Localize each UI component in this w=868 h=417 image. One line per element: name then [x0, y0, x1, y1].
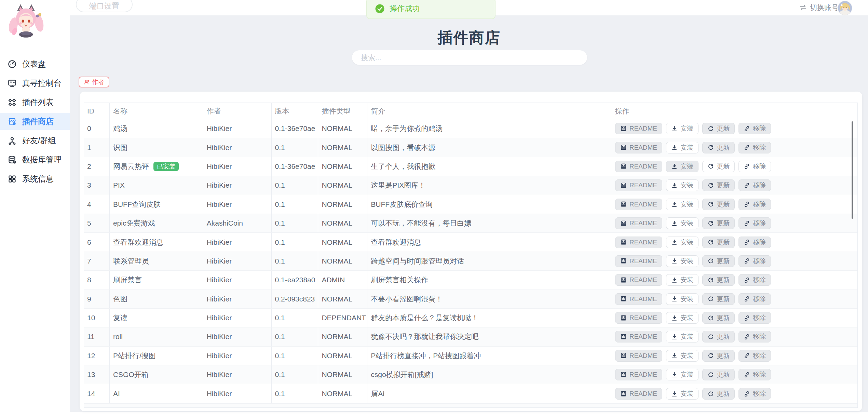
row-actions: README 安装 更新 移除 [615, 293, 771, 305]
readme-button[interactable]: README [615, 312, 662, 324]
update-button[interactable]: 更新 [702, 293, 735, 305]
install-button[interactable]: 安装 [666, 237, 699, 248]
readme-icon [620, 258, 627, 264]
remove-button[interactable]: 移除 [738, 312, 771, 324]
install-button[interactable]: 安装 [666, 123, 699, 134]
install-button[interactable]: 安装 [666, 293, 699, 305]
readme-button[interactable]: README [615, 179, 662, 191]
remove-button[interactable]: 移除 [738, 237, 771, 248]
readme-button[interactable]: README [615, 274, 662, 286]
install-button[interactable]: 安装 [666, 388, 699, 400]
readme-button[interactable]: README [615, 217, 662, 229]
install-button[interactable]: 安装 [666, 255, 699, 267]
cell-description: 跨越空间与时间跟管理员对话 [367, 252, 611, 270]
remove-button[interactable]: 移除 [738, 161, 771, 172]
remove-button[interactable]: 移除 [738, 217, 771, 229]
readme-button[interactable]: README [615, 388, 662, 400]
install-button[interactable]: 安装 [666, 199, 699, 210]
update-button[interactable]: 更新 [702, 369, 735, 380]
table-row: 1 识图 HibiKier 0.1 NORMAL 以图搜图，看破本源 READM… [84, 138, 857, 157]
remove-button[interactable]: 移除 [738, 293, 771, 305]
switch-account[interactable]: 切换账号 [799, 3, 839, 12]
remove-button[interactable]: 移除 [738, 142, 771, 153]
readme-button[interactable]: README [615, 123, 662, 134]
remove-button[interactable]: 移除 [738, 179, 771, 191]
install-button[interactable]: 安装 [666, 350, 699, 362]
cell-author: HibiKier [203, 195, 272, 214]
remove-button[interactable]: 移除 [738, 369, 771, 380]
remove-label: 移除 [753, 219, 766, 228]
readme-button[interactable]: README [615, 237, 662, 248]
remove-button[interactable]: 移除 [738, 255, 771, 267]
search-input[interactable] [352, 50, 587, 65]
update-button[interactable]: 更新 [702, 199, 735, 210]
plugin-name: 联系管理员 [113, 256, 149, 266]
sidebar-item-friends-groups[interactable]: 好友/群组 [0, 132, 70, 149]
readme-button[interactable]: README [615, 350, 662, 362]
install-button[interactable]: 安装 [666, 369, 699, 380]
plugin-name: BUFF查询皮肤 [113, 200, 161, 209]
install-button[interactable]: 安装 [666, 161, 699, 172]
readme-button[interactable]: README [615, 293, 662, 305]
update-button[interactable]: 更新 [702, 274, 735, 286]
download-icon [671, 352, 678, 359]
update-label: 更新 [717, 370, 730, 379]
install-button[interactable]: 安装 [666, 274, 699, 286]
update-button[interactable]: 更新 [702, 312, 735, 324]
remove-button[interactable]: 移除 [738, 199, 771, 210]
update-button[interactable]: 更新 [702, 237, 735, 248]
update-label: 更新 [717, 275, 730, 284]
readme-button[interactable]: README [615, 199, 662, 210]
update-button[interactable]: 更新 [702, 142, 735, 153]
unlink-icon [744, 239, 750, 245]
update-button[interactable]: 更新 [702, 331, 735, 342]
sidebar-item-dashboard[interactable]: 仪表盘 [0, 55, 70, 72]
update-button[interactable]: 更新 [702, 255, 735, 267]
table-scrollbar-thumb[interactable] [852, 121, 853, 219]
unlink-icon [744, 201, 750, 207]
install-button[interactable]: 安装 [666, 331, 699, 342]
sidebar-item-database[interactable]: 数据库管理 [0, 151, 70, 168]
readme-button[interactable]: README [615, 161, 662, 172]
cell-type: NORMAL [318, 327, 367, 346]
install-label: 安装 [680, 389, 693, 398]
sidebar-item-console[interactable]: 真寻控制台 [0, 75, 70, 92]
update-button[interactable]: 更新 [702, 123, 735, 134]
cell-type: DEPENDANT [318, 309, 367, 327]
remove-button[interactable]: 移除 [738, 388, 771, 400]
sidebar-item-plugin-list[interactable]: 插件列表 [0, 94, 70, 111]
col-header-name: 名称 [110, 103, 203, 119]
remove-button[interactable]: 移除 [738, 350, 771, 362]
readme-icon [620, 201, 627, 207]
user-avatar[interactable] [838, 1, 852, 15]
update-button[interactable]: 更新 [702, 388, 735, 400]
install-button[interactable]: 安装 [666, 217, 699, 229]
cell-author: HibiKier [203, 347, 272, 365]
readme-button[interactable]: README [615, 369, 662, 380]
cell-type: NORMAL [318, 290, 367, 308]
update-button[interactable]: 更新 [702, 217, 735, 229]
port-settings-button[interactable]: 端口设置 [76, 0, 133, 12]
sidebar-item-system-info[interactable]: 系统信息 [0, 170, 70, 187]
author-filter-button[interactable]: 作者 [79, 77, 109, 88]
readme-button[interactable]: README [615, 142, 662, 153]
update-button[interactable]: 更新 [702, 179, 735, 191]
readme-icon [620, 372, 627, 378]
cell-description: 查看群欢迎消息 [367, 233, 611, 251]
install-button[interactable]: 安装 [666, 142, 699, 153]
readme-button[interactable]: README [615, 255, 662, 267]
success-check-icon [375, 4, 384, 13]
install-button[interactable]: 安装 [666, 179, 699, 191]
install-label: 安装 [680, 143, 693, 152]
sidebar-item-plugin-store[interactable]: 插件商店 [0, 113, 70, 130]
readme-button[interactable]: README [615, 331, 662, 342]
update-button[interactable]: 更新 [702, 350, 735, 362]
remove-button[interactable]: 移除 [738, 331, 771, 342]
update-button[interactable]: 更新 [702, 161, 735, 172]
update-label: 更新 [717, 295, 730, 304]
remove-button[interactable]: 移除 [738, 123, 771, 134]
install-button[interactable]: 安装 [666, 312, 699, 324]
remove-button[interactable]: 移除 [738, 274, 771, 286]
cell-author: HibiKier [203, 252, 272, 270]
unlink-icon [744, 334, 750, 340]
